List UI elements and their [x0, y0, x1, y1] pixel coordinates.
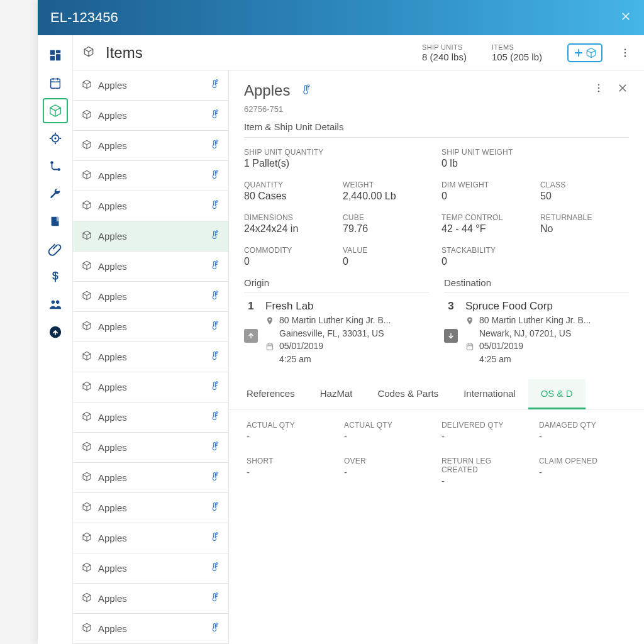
box-icon: [82, 472, 92, 484]
book-icon: [48, 214, 62, 228]
origin-stop-number: 1: [246, 300, 256, 313]
list-item[interactable]: Apples: [73, 131, 228, 161]
list-item[interactable]: Apples: [73, 433, 228, 463]
temperature-icon: [209, 441, 219, 453]
field-value: -: [344, 431, 431, 441]
add-item-button[interactable]: [567, 43, 602, 62]
tab-references[interactable]: References: [234, 379, 308, 409]
box-icon: [82, 441, 92, 453]
nav-items[interactable]: [43, 98, 68, 123]
page-icon: [83, 46, 94, 59]
nav-financials[interactable]: [43, 264, 68, 289]
list-item[interactable]: Apples: [73, 584, 228, 614]
field-value: 50: [540, 191, 629, 202]
tab-codes-parts[interactable]: Codes & Parts: [365, 379, 451, 409]
tab-osd[interactable]: OS & D: [528, 379, 586, 409]
list-item[interactable]: Apples: [73, 161, 228, 191]
field-label: RETURNABLE: [540, 213, 629, 222]
dashboard-icon: [48, 48, 62, 62]
list-item[interactable]: Apples: [73, 493, 228, 523]
list-item[interactable]: Apples: [73, 402, 228, 433]
stat-label: ITEMS: [492, 43, 514, 51]
list-item[interactable]: Apples: [73, 463, 228, 493]
list-item-label: Apples: [98, 502, 203, 513]
people-icon: [48, 297, 62, 311]
list-item-label: Apples: [98, 291, 203, 302]
field-value: 42 - 44 °F: [441, 223, 530, 235]
list-item[interactable]: Apples: [73, 191, 228, 221]
list-item[interactable]: Apples: [73, 312, 228, 342]
details-grid: SHIP UNIT QUANTITY1 Pallet(s) SHIP UNIT …: [229, 138, 644, 271]
detail-tabs: References HazMat Codes & Parts Internat…: [229, 379, 644, 409]
list-item[interactable]: Apples: [73, 282, 228, 312]
list-item[interactable]: Apples: [73, 252, 228, 282]
list-item[interactable]: Apples: [73, 614, 228, 644]
field-value: 0: [441, 191, 530, 202]
nav-tools[interactable]: [43, 181, 68, 206]
field-label: STACKABILITY: [441, 246, 530, 255]
box-icon: [82, 562, 92, 574]
box-icon: [586, 47, 597, 58]
temperature-icon: [209, 140, 219, 152]
page-header: Items SHIP UNITS 8 (240 lbs) ITEMS 105 (…: [73, 35, 644, 70]
origin-date: 05/01/2019: [279, 341, 323, 351]
nav-contacts[interactable]: [43, 292, 68, 317]
pin-icon: [465, 316, 474, 327]
tab-hazmat[interactable]: HazMat: [308, 379, 365, 409]
arrow-up-icon: [247, 331, 255, 340]
more-button[interactable]: [618, 45, 633, 60]
pickup-badge: [244, 329, 258, 343]
stat-value: 105 (205 lb): [492, 52, 542, 62]
field-value: 0: [343, 256, 431, 267]
item-list: ApplesApplesApplesApplesApplesApplesAppl…: [73, 70, 229, 644]
header-title: EL-123456: [50, 9, 118, 26]
nav-route[interactable]: [43, 153, 68, 179]
list-item[interactable]: Apples: [73, 342, 228, 372]
nav-attachments[interactable]: [43, 236, 68, 262]
route-section: Origin 1 Fresh Lab 80 Martin Luther King…: [229, 271, 644, 364]
list-item-label: Apples: [98, 382, 203, 392]
list-item[interactable]: Apples: [73, 523, 228, 553]
box-icon: [82, 79, 92, 91]
destination-heading: Destination: [444, 277, 629, 292]
list-item[interactable]: Apples: [73, 372, 228, 402]
section-title: Item & Ship Unit Details: [244, 114, 629, 138]
field-value: -: [441, 475, 529, 486]
detail-more-button[interactable]: [592, 82, 605, 94]
list-item-label: Apples: [98, 472, 203, 483]
list-item[interactable]: Apples: [73, 101, 228, 131]
box-icon: [48, 104, 62, 118]
box-icon: [82, 381, 92, 393]
tab-international[interactable]: International: [451, 379, 528, 409]
calendar-icon: [465, 342, 474, 353]
list-item[interactable]: Apples: [73, 221, 228, 252]
nav-calendar[interactable]: [43, 70, 68, 96]
field-value: -: [539, 467, 626, 477]
detail-close-button[interactable]: [616, 82, 629, 94]
nav-tracking[interactable]: [43, 126, 68, 151]
list-item[interactable]: Apples: [73, 70, 228, 101]
paperclip-icon: [48, 242, 62, 256]
more-icon: [619, 47, 631, 58]
field-label: SHORT: [247, 457, 334, 465]
route-icon: [48, 159, 62, 173]
list-item-label: Apples: [98, 170, 203, 181]
field-value: -: [344, 467, 431, 477]
dollar-icon: [48, 270, 62, 284]
origin-block: Origin 1 Fresh Lab 80 Martin Luther King…: [244, 277, 429, 364]
destination-stop-number: 3: [446, 300, 456, 313]
close-button[interactable]: [620, 9, 631, 26]
nav-share[interactable]: [43, 319, 68, 345]
field-label: WEIGHT: [343, 180, 431, 189]
origin-city: Gainesville, FL, 33031, US: [265, 328, 429, 338]
origin-name: Fresh Lab: [265, 300, 429, 313]
nav-docs[interactable]: [43, 209, 68, 234]
calendar-icon: [265, 342, 274, 353]
list-item-label: Apples: [98, 201, 203, 211]
box-icon: [82, 230, 92, 242]
field-label: CLAIM OPENED: [539, 457, 626, 465]
nav-dashboard[interactable]: [43, 43, 68, 68]
origin-heading: Origin: [244, 277, 429, 292]
stat-value: 8 (240 lbs): [422, 52, 467, 62]
list-item[interactable]: Apples: [73, 553, 228, 584]
